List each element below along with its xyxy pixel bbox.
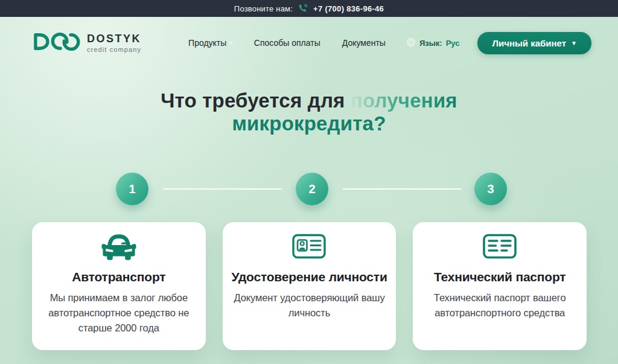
nav-item-products[interactable]: Продукты ▾ bbox=[188, 38, 232, 48]
chevron-down-icon: ▾ bbox=[229, 40, 232, 46]
step-badge-2: 2 bbox=[296, 173, 328, 205]
logo-link[interactable]: DOSTYK credit company bbox=[30, 30, 141, 56]
nav-item-documents[interactable]: Документы bbox=[342, 38, 386, 48]
card-description: Документ удостоверяющий вашу личность bbox=[231, 290, 388, 321]
personal-account-button[interactable]: Личный кабинет ▼ bbox=[477, 32, 591, 54]
page-title-line-2: микрокредита? bbox=[0, 112, 618, 135]
language-label: Язык: bbox=[419, 39, 442, 48]
requirements-card-row: Автотранспорт Мы принимаем в залог любое… bbox=[32, 222, 587, 350]
chevron-down-icon: ▼ bbox=[571, 40, 577, 46]
card-title: Удостоверение личности bbox=[231, 269, 388, 285]
card-title: Технический паспорт bbox=[421, 269, 578, 285]
logo-text: DOSTYK credit company bbox=[87, 33, 141, 53]
id-card-icon bbox=[231, 232, 388, 261]
dostyk-logo-mark-icon bbox=[30, 30, 81, 56]
nav-item-payment-methods[interactable]: Способы оплаты bbox=[254, 38, 320, 48]
step-badge-3: 3 bbox=[474, 173, 507, 205]
globe-icon bbox=[406, 37, 416, 49]
tech-passport-icon bbox=[421, 232, 578, 261]
logo-tagline: credit company bbox=[87, 46, 141, 53]
phone-icon bbox=[298, 4, 308, 13]
step-badge-1: 1 bbox=[116, 173, 148, 205]
car-icon bbox=[40, 232, 197, 261]
card-description: Мы принимаем в залог любое автотранспорт… bbox=[40, 290, 197, 335]
card-description: Технический паспорт вашего автотранспорт… bbox=[421, 290, 578, 321]
card-identity-document: Удостоверение личности Документ удостове… bbox=[223, 222, 397, 350]
page-title-line-1: Что требуется для получения bbox=[0, 89, 618, 112]
top-call-bar: Позвоните нам: +7 (700) 836-96-46 bbox=[0, 0, 618, 17]
language-selector[interactable]: Язык: Рус bbox=[406, 37, 460, 49]
card-auto-transport: Автотранспорт Мы принимаем в залог любое… bbox=[32, 222, 206, 350]
main-nav: Продукты ▾ Способы оплаты Документы bbox=[188, 38, 386, 48]
site-header: DOSTYK credit company Продукты ▾ Способы… bbox=[0, 17, 618, 69]
card-tech-passport: Технический паспорт Технический паспорт … bbox=[413, 222, 587, 350]
phone-number-link[interactable]: +7 (700) 836-96-46 bbox=[313, 4, 384, 13]
logo-name: DOSTYK bbox=[87, 33, 141, 44]
page-title: Что требуется для получения микрокредита… bbox=[0, 89, 618, 135]
step-connector-line bbox=[163, 188, 282, 190]
step-connector-line bbox=[343, 188, 462, 190]
card-title: Автотранспорт bbox=[40, 269, 197, 285]
language-value: Рус bbox=[446, 39, 460, 48]
call-us-label: Позвоните нам: bbox=[234, 4, 293, 13]
